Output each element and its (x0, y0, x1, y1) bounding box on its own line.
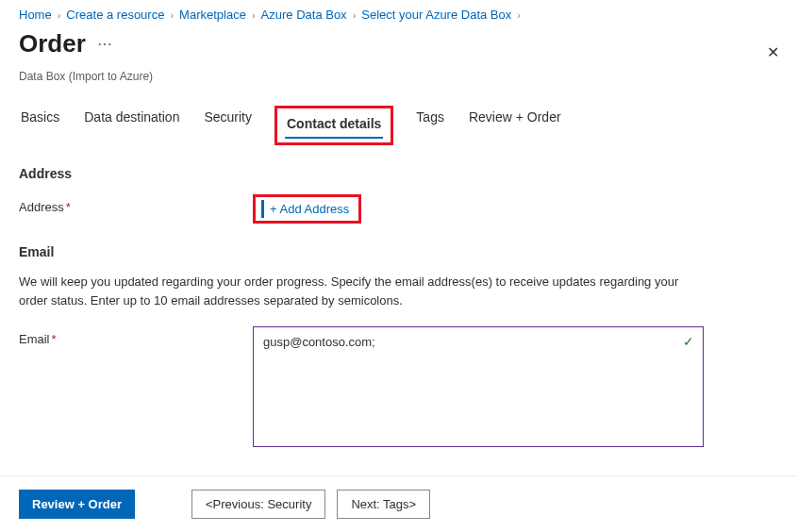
email-section-heading: Email (19, 244, 779, 259)
tab-tags[interactable]: Tags (414, 106, 446, 145)
highlight-add-address: + Add Address (253, 194, 361, 224)
address-label: Address* (19, 194, 253, 214)
review-order-button[interactable]: Review + Order (19, 490, 135, 519)
page-subtitle: Data Box (Import to Azure) (0, 70, 798, 98)
chevron-right-icon: › (58, 9, 61, 21)
breadcrumb-select-data-box[interactable]: Select your Azure Data Box (361, 8, 511, 22)
tab-security[interactable]: Security (202, 106, 254, 145)
email-input[interactable] (253, 326, 704, 447)
more-icon[interactable]: ⋯ (97, 35, 112, 53)
chevron-right-icon: › (252, 9, 256, 21)
footer: Review + Order <Previous: Security Next:… (0, 475, 798, 532)
tabs: Basics Data destination Security Contact… (0, 98, 798, 145)
check-icon: ✓ (683, 334, 694, 349)
email-label: Email* (19, 326, 253, 346)
add-address-button[interactable]: + Add Address (261, 200, 353, 218)
chevron-right-icon: › (517, 9, 521, 21)
breadcrumb-marketplace[interactable]: Marketplace (179, 8, 246, 22)
required-icon: * (66, 200, 71, 214)
tab-review-order[interactable]: Review + Order (467, 106, 563, 145)
previous-button[interactable]: <Previous: Security (191, 490, 325, 519)
breadcrumb: Home › Create a resource › Marketplace ›… (0, 0, 798, 25)
next-button[interactable]: Next: Tags> (337, 490, 430, 519)
required-icon: * (52, 332, 57, 346)
highlight-contact-details: Contact details (274, 106, 393, 145)
address-section-heading: Address (19, 166, 779, 181)
tab-contact-details[interactable]: Contact details (285, 112, 383, 139)
close-icon[interactable]: ✕ (767, 43, 779, 61)
email-description: We will keep you updated regarding your … (19, 273, 698, 309)
page-title: Order (19, 29, 86, 58)
chevron-right-icon: › (170, 9, 174, 21)
chevron-right-icon: › (353, 9, 357, 21)
breadcrumb-azure-data-box[interactable]: Azure Data Box (261, 8, 347, 22)
tab-data-destination[interactable]: Data destination (82, 106, 181, 145)
breadcrumb-create-resource[interactable]: Create a resource (66, 8, 164, 22)
breadcrumb-home[interactable]: Home (19, 8, 52, 22)
tab-basics[interactable]: Basics (19, 106, 61, 145)
